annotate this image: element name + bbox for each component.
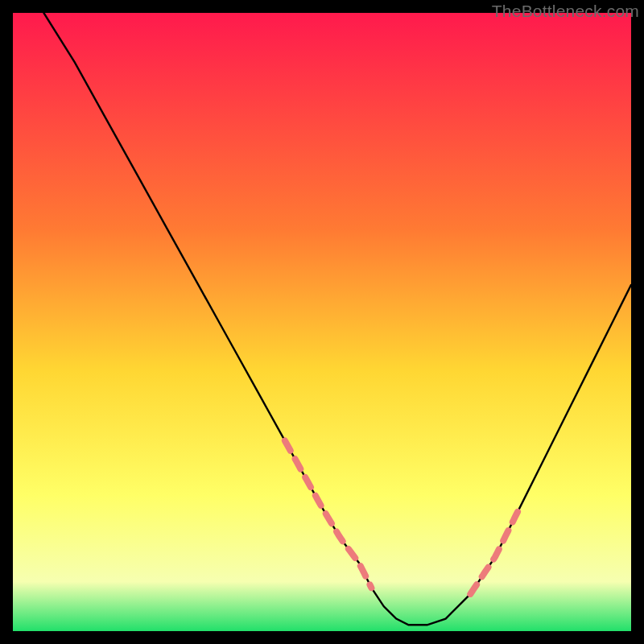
gradient-background <box>13 13 631 631</box>
chart-svg <box>13 13 631 631</box>
chart-frame <box>13 13 631 631</box>
watermark-text: TheBottleneck.com <box>492 2 639 21</box>
